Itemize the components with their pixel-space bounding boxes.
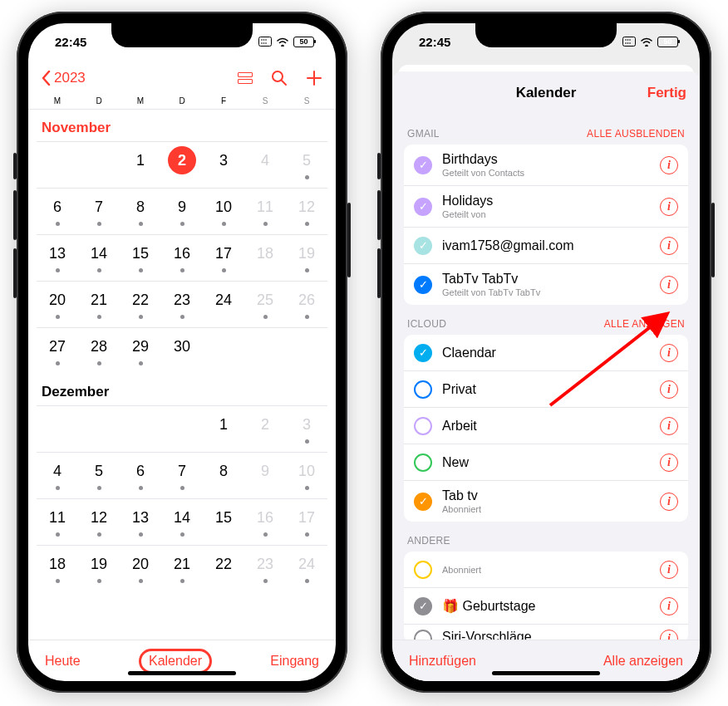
day-cell[interactable]: 2 <box>244 406 286 452</box>
today-button[interactable]: Heute <box>45 654 81 669</box>
calendar-checkbox[interactable] <box>414 417 432 435</box>
calendar-checkbox[interactable] <box>414 630 432 640</box>
day-cell[interactable]: 2 <box>161 142 203 188</box>
day-cell[interactable]: 3 <box>286 406 327 452</box>
search-icon[interactable] <box>271 70 288 86</box>
calendar-row[interactable]: ✓HolidaysGeteilt voni <box>404 186 688 228</box>
calendar-row[interactable]: ✓ivam1758@gmail.comi <box>404 228 688 264</box>
info-icon[interactable]: i <box>660 561 678 579</box>
list-view-icon[interactable] <box>238 72 253 84</box>
day-cell[interactable]: 23 <box>161 282 203 327</box>
add-calendar-button[interactable]: Hinzufügen <box>409 654 476 669</box>
info-icon[interactable]: i <box>660 417 678 435</box>
day-cell[interactable]: 14 <box>78 235 120 281</box>
done-button[interactable]: Fertig <box>647 85 686 101</box>
day-cell[interactable]: 19 <box>286 235 327 281</box>
day-cell[interactable]: 16 <box>244 499 286 545</box>
day-cell[interactable]: 21 <box>161 546 203 591</box>
day-cell[interactable]: 1 <box>120 142 161 188</box>
day-cell[interactable]: 24 <box>203 282 244 327</box>
day-cell[interactable]: 18 <box>37 546 78 591</box>
calendar-row[interactable]: ✓Claendari <box>404 335 688 371</box>
day-cell[interactable]: 30 <box>161 328 203 374</box>
info-icon[interactable]: i <box>660 344 678 362</box>
info-icon[interactable]: i <box>660 454 678 472</box>
day-cell[interactable]: 5 <box>286 142 327 188</box>
calendar-row[interactable]: ✓🎁 Geburtstagei <box>404 588 688 625</box>
day-cell[interactable]: 18 <box>244 235 286 281</box>
day-cell[interactable]: 16 <box>161 235 203 281</box>
calendar-row[interactable]: ✓TabTv TabTvGeteilt von TabTv TabTvi <box>404 264 688 305</box>
section-action-button[interactable]: ALLE ANZEIGEN <box>604 318 685 330</box>
day-cell[interactable]: 10 <box>203 189 244 234</box>
calendar-row[interactable]: Arbeiti <box>404 408 688 444</box>
info-icon[interactable]: i <box>660 198 678 216</box>
day-cell[interactable]: 1 <box>203 406 244 452</box>
day-cell[interactable]: 4 <box>244 142 286 188</box>
day-cell[interactable]: 9 <box>244 453 286 498</box>
info-icon[interactable]: i <box>660 237 678 255</box>
day-cell[interactable]: 12 <box>78 499 120 545</box>
day-cell[interactable]: 8 <box>203 453 244 498</box>
calendar-row[interactable]: Privati <box>404 371 688 408</box>
day-cell[interactable]: 11 <box>37 499 78 545</box>
calendar-checkbox[interactable]: ✓ <box>414 237 432 255</box>
show-all-button[interactable]: Alle anzeigen <box>603 654 683 669</box>
month-scroll[interactable]: November12345678910111213141516171819202… <box>28 110 336 640</box>
calendar-checkbox[interactable] <box>414 561 432 579</box>
calendar-checkbox[interactable]: ✓ <box>414 276 432 294</box>
day-cell[interactable]: 20 <box>120 546 161 591</box>
calendar-row[interactable]: ✓Tab tvAbonnierti <box>404 481 688 522</box>
calendar-checkbox[interactable]: ✓ <box>414 493 432 511</box>
calendar-checkbox[interactable]: ✓ <box>414 156 432 174</box>
info-icon[interactable]: i <box>660 380 678 399</box>
day-cell[interactable]: 23 <box>244 546 286 591</box>
day-cell[interactable]: 6 <box>37 189 78 234</box>
day-cell[interactable]: 17 <box>203 235 244 281</box>
calendar-row[interactable]: Abonnierti <box>404 552 688 588</box>
day-cell[interactable]: 19 <box>78 546 120 591</box>
day-cell[interactable]: 10 <box>286 453 327 498</box>
day-cell[interactable]: 21 <box>78 282 120 327</box>
info-icon[interactable]: i <box>660 156 678 174</box>
day-cell[interactable]: 20 <box>37 282 78 327</box>
day-cell[interactable]: 29 <box>120 328 161 374</box>
day-cell[interactable]: 24 <box>286 546 327 591</box>
info-icon[interactable]: i <box>660 597 678 615</box>
add-icon[interactable] <box>306 70 322 86</box>
calendar-row[interactable]: Siri-Vorschlägei <box>404 625 688 640</box>
calendar-checkbox[interactable]: ✓ <box>414 597 432 615</box>
info-icon[interactable]: i <box>660 630 678 640</box>
day-cell[interactable]: 25 <box>244 282 286 327</box>
calendar-checkbox[interactable] <box>414 454 432 472</box>
day-cell[interactable]: 22 <box>120 282 161 327</box>
day-cell[interactable]: 22 <box>203 546 244 591</box>
day-cell[interactable]: 13 <box>120 499 161 545</box>
home-indicator[interactable] <box>128 671 236 675</box>
home-indicator[interactable] <box>492 671 600 675</box>
day-cell[interactable]: 14 <box>161 499 203 545</box>
calendar-checkbox[interactable] <box>414 380 432 399</box>
day-cell[interactable]: 3 <box>203 142 244 188</box>
day-cell[interactable]: 28 <box>78 328 120 374</box>
day-cell[interactable]: 17 <box>286 499 327 545</box>
day-cell[interactable]: 9 <box>161 189 203 234</box>
day-cell[interactable]: 7 <box>161 453 203 498</box>
sheet-body[interactable]: GMAILALLE AUSBLENDEN✓BirthdaysGeteilt vo… <box>392 115 700 640</box>
day-cell[interactable]: 7 <box>78 189 120 234</box>
day-cell[interactable]: 4 <box>37 453 78 498</box>
calendar-checkbox[interactable]: ✓ <box>414 198 432 216</box>
day-cell[interactable]: 8 <box>120 189 161 234</box>
info-icon[interactable]: i <box>660 493 678 511</box>
day-cell[interactable]: 13 <box>37 235 78 281</box>
day-cell[interactable]: 15 <box>120 235 161 281</box>
day-cell[interactable]: 6 <box>120 453 161 498</box>
day-cell[interactable]: 12 <box>286 189 327 234</box>
calendar-row[interactable]: ✓BirthdaysGeteilt von Contactsi <box>404 145 688 186</box>
day-cell[interactable]: 15 <box>203 499 244 545</box>
day-cell[interactable]: 26 <box>286 282 327 327</box>
inbox-button[interactable]: Eingang <box>270 654 319 669</box>
day-cell[interactable]: 27 <box>37 328 78 374</box>
calendar-row[interactable]: Newi <box>404 444 688 481</box>
info-icon[interactable]: i <box>660 276 678 294</box>
